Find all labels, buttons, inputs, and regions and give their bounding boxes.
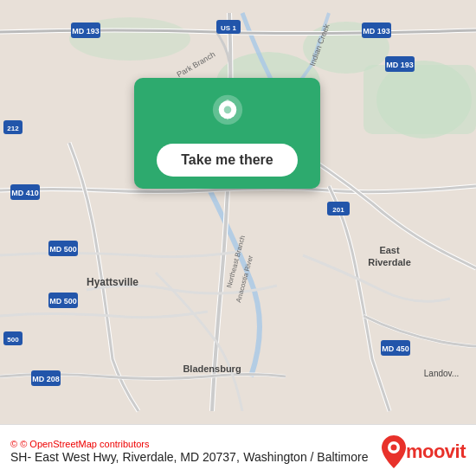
svg-text:MD 410: MD 410 — [11, 189, 39, 197]
svg-rect-5 — [363, 65, 476, 134]
city-text: Washington / Baltimore — [243, 450, 368, 464]
svg-text:Bladensburg: Bladensburg — [183, 363, 241, 374]
info-bar: © © OpenStreetMap contributors SH- East … — [0, 424, 476, 476]
map-area: MD 193 US 1 MD 193 MD 193 212 MD 410 MD … — [0, 0, 476, 424]
info-bar-left: © © OpenStreetMap contributors SH- East … — [10, 439, 373, 465]
svg-text:500: 500 — [7, 336, 19, 344]
svg-text:US 1: US 1 — [221, 24, 236, 32]
osm-attribution: © © OpenStreetMap contributors — [10, 439, 373, 449]
app-container: MD 193 US 1 MD 193 MD 193 212 MD 410 MD … — [0, 0, 476, 476]
copyright-symbol: © — [10, 439, 17, 449]
address-line: SH- East West Hwy, Riverdale, MD 20737, … — [10, 449, 373, 465]
moovit-pin-icon — [382, 435, 406, 468]
svg-text:MD 208: MD 208 — [32, 375, 60, 383]
moovit-text: moovit — [406, 441, 466, 463]
svg-text:MD 193: MD 193 — [386, 61, 414, 69]
svg-text:201: 201 — [332, 206, 344, 214]
svg-text:212: 212 — [7, 125, 19, 132]
svg-text:MD 193: MD 193 — [72, 27, 100, 35]
svg-text:MD 500: MD 500 — [49, 297, 77, 306]
svg-text:MD 500: MD 500 — [49, 245, 77, 254]
svg-text:MD 450: MD 450 — [382, 344, 409, 353]
take-me-there-button[interactable]: Take me there — [157, 144, 297, 177]
svg-text:Landov...: Landov... — [424, 369, 459, 378]
svg-text:Riverdale: Riverdale — [368, 257, 411, 267]
location-pin-icon — [207, 93, 248, 135]
map-svg: MD 193 US 1 MD 193 MD 193 212 MD 410 MD … — [0, 0, 476, 424]
svg-text:MD 193: MD 193 — [363, 27, 390, 35]
location-card: Take me there — [134, 78, 320, 189]
address-text: SH- East West Hwy, Riverdale, MD 20737, — [10, 450, 240, 464]
svg-text:Hyattsville: Hyattsville — [87, 276, 138, 288]
moovit-logo: moovit — [382, 435, 466, 468]
svg-point-43 — [390, 444, 396, 450]
svg-text:East: East — [379, 245, 400, 255]
osm-text: © OpenStreetMap contributors — [20, 439, 149, 449]
